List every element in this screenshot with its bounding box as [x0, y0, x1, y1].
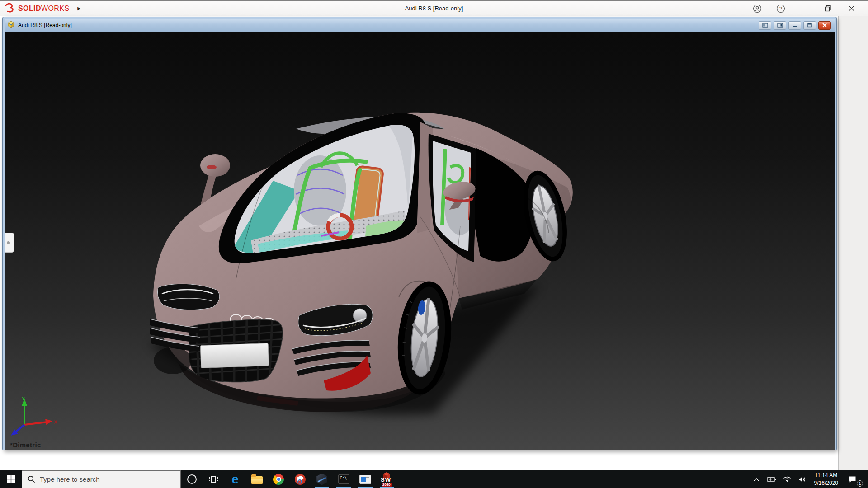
- taskbar-hexagon-app-button[interactable]: [311, 470, 333, 488]
- tray-time: 11:14 AM: [815, 472, 837, 479]
- chevron-up-icon: [753, 477, 760, 482]
- doc-restore-button[interactable]: [803, 21, 816, 30]
- brand-text: SOLIDWORKS: [18, 5, 69, 13]
- tray-chevron-button[interactable]: [750, 470, 763, 488]
- tray-volume-button[interactable]: [796, 470, 809, 488]
- file-explorer-icon: [251, 476, 263, 484]
- help-icon[interactable]: ?: [776, 4, 786, 14]
- minimize-button[interactable]: [799, 4, 809, 14]
- command-prompt-icon: C:\: [338, 474, 349, 484]
- taskbar-window-app-button[interactable]: [354, 470, 376, 488]
- battery-charging-icon: [767, 477, 777, 482]
- taskbar-chrome-button[interactable]: [268, 470, 289, 488]
- taskbar-solidworks-button[interactable]: SW 2020: [376, 470, 398, 488]
- hexagon-app-icon: [316, 474, 328, 485]
- tray-date: 9/16/2020: [814, 480, 838, 486]
- search-icon: [28, 475, 35, 483]
- windows-logo-icon: [7, 475, 15, 483]
- account-icon[interactable]: [752, 4, 762, 14]
- task-view-icon: [208, 475, 218, 483]
- app-client-area: Audi R8 S [Read-only]: [0, 16, 868, 470]
- solidworks-2020-icon: SW 2020: [380, 472, 394, 487]
- windows-taskbar: e C:\ SW 2020: [0, 470, 868, 488]
- task-pane-edge: [838, 16, 868, 470]
- taskbar-cortana-button[interactable]: [181, 470, 203, 488]
- action-center-button[interactable]: 1: [844, 470, 861, 488]
- wifi-icon: [783, 476, 791, 482]
- solidworks-brand: SOLIDWORKS ▶: [0, 3, 81, 14]
- chrome-icon: [273, 474, 284, 485]
- document-title: Audi R8 S [Read-only]: [18, 22, 72, 28]
- tray-wifi-button[interactable]: [781, 470, 793, 488]
- orientation-triad: Y X: [7, 395, 60, 440]
- car-model[interactable]: [5, 32, 835, 450]
- part-document-icon: [7, 21, 15, 30]
- ds-logo-icon: [5, 3, 16, 14]
- tray-clock[interactable]: 11:14 AM 9/16/2020: [811, 472, 841, 486]
- edge-icon: e: [231, 473, 239, 486]
- triad-x-label: X: [54, 420, 57, 425]
- search-input[interactable]: [40, 475, 175, 483]
- window-title: Audi R8 S [Read-only]: [0, 5, 868, 12]
- doc-minimize-button[interactable]: [788, 21, 801, 30]
- menu-flyout-arrow-icon[interactable]: ▶: [77, 6, 81, 11]
- window-app-icon: [359, 475, 371, 484]
- pane-right-button[interactable]: [774, 21, 786, 30]
- tray-battery-button[interactable]: [765, 470, 778, 488]
- notification-icon: [848, 476, 856, 483]
- taskbar-task-view-button[interactable]: [203, 470, 224, 488]
- cortana-icon: [187, 474, 197, 484]
- doc-close-button[interactable]: [818, 21, 831, 30]
- taskbar-file-explorer-button[interactable]: [246, 470, 268, 488]
- close-button[interactable]: [846, 4, 856, 14]
- taskbar-edge-button[interactable]: e: [224, 470, 246, 488]
- taskbar-command-prompt-button[interactable]: C:\: [333, 470, 354, 488]
- taskbar-search[interactable]: [22, 470, 181, 488]
- triad-y-label: Y: [22, 396, 25, 401]
- svg-text:?: ?: [779, 6, 782, 11]
- document-window: Audi R8 S [Read-only]: [3, 17, 836, 450]
- taskbar-capture-tool-button[interactable]: [289, 470, 311, 488]
- restore-button[interactable]: [823, 4, 833, 14]
- document-titlebar[interactable]: Audi R8 S [Read-only]: [5, 19, 835, 32]
- start-button[interactable]: [0, 470, 22, 488]
- featuremanager-flyout-tab[interactable]: [5, 233, 14, 253]
- pane-left-button[interactable]: [759, 21, 771, 30]
- view-orientation-label: *Dimetric: [10, 441, 41, 449]
- license-plate: [200, 343, 269, 368]
- notification-count-badge: 1: [857, 480, 863, 487]
- capture-tool-icon: [295, 474, 306, 485]
- app-titlebar[interactable]: SOLIDWORKS ▶ Audi R8 S [Read-only] ?: [0, 0, 868, 16]
- graphics-viewport[interactable]: Y X *Dimetric: [5, 32, 835, 450]
- speaker-icon: [798, 476, 806, 483]
